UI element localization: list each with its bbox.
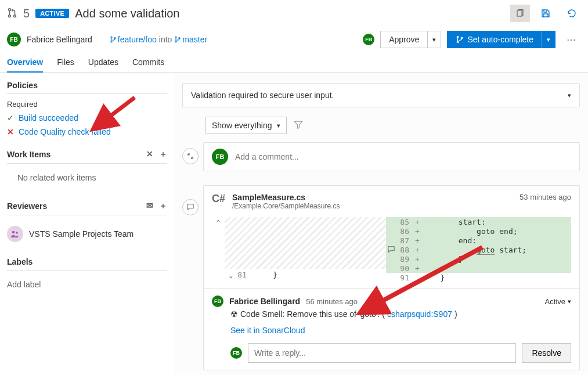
- copy-icon[interactable]: [510, 5, 530, 22]
- more-button[interactable]: ⋯: [561, 31, 581, 48]
- reviewer-avatar-sm[interactable]: FB: [363, 34, 374, 45]
- comment-thread: FB: [182, 142, 580, 171]
- sonar-link[interactable]: See it in SonarCloud: [230, 326, 305, 335]
- chevron-down-icon: ▾: [432, 36, 436, 44]
- svg-point-5: [111, 41, 112, 42]
- diff-marker: +: [413, 227, 422, 236]
- workitems-empty: No related work items: [7, 170, 167, 190]
- approve-dropdown[interactable]: ▾: [427, 31, 441, 48]
- tab-files[interactable]: Files: [57, 53, 74, 72]
- code-text: }: [422, 273, 445, 282]
- close-icon[interactable]: ✕: [146, 149, 153, 160]
- target-branch[interactable]: master: [174, 35, 207, 44]
- required-label: Required: [7, 100, 167, 109]
- resolve-button[interactable]: Resolve: [522, 343, 571, 363]
- disc-status-label: Active: [545, 297, 565, 306]
- tabs: Overview Files Updates Commits: [0, 53, 588, 73]
- svg-rect-3: [517, 10, 522, 16]
- approve-group: Approve ▾: [380, 31, 441, 48]
- autocomplete-dropdown[interactable]: ▾: [542, 31, 555, 48]
- code-text: start:: [422, 218, 486, 226]
- collapse-up-icon[interactable]: ⌃: [216, 217, 221, 269]
- tab-updates[interactable]: Updates: [88, 53, 118, 72]
- source-branch[interactable]: feature/foo: [110, 35, 157, 44]
- line-comment-icon[interactable]: [386, 246, 396, 253]
- author-avatar[interactable]: FB: [7, 33, 21, 46]
- into-label: into: [159, 35, 172, 44]
- code-text: }: [250, 271, 277, 279]
- svg-point-13: [12, 231, 15, 233]
- chevron-down-icon: ▾: [568, 298, 571, 305]
- comment-input[interactable]: [235, 152, 571, 161]
- reply-input[interactable]: [248, 343, 516, 363]
- diff-removed-placeholder: [225, 217, 386, 269]
- code-text: }: [422, 255, 463, 264]
- autocomplete-button[interactable]: Set auto-complete: [447, 31, 542, 48]
- svg-point-9: [179, 38, 180, 39]
- approve-button[interactable]: Approve: [380, 31, 427, 48]
- rule-link[interactable]: csharpsquid:S907: [387, 309, 452, 319]
- undo-icon[interactable]: [561, 5, 581, 22]
- diff: ⌃ ⌄ 81 } 85+ start:86+ goto: [204, 217, 579, 288]
- check-icon: ✓: [7, 113, 14, 122]
- issue-close-paren: ): [454, 309, 457, 319]
- disc-author: Fabrice Bellingard: [229, 297, 300, 306]
- svg-point-6: [114, 38, 116, 39]
- target-branch-label: master: [182, 35, 207, 44]
- alert-text: Validation required to secure user input…: [191, 91, 334, 100]
- save-icon[interactable]: [536, 5, 555, 22]
- labels-title: Labels: [7, 257, 167, 271]
- rail-expand-icon[interactable]: [182, 148, 199, 164]
- line-number: 81: [237, 271, 250, 279]
- disc-avatar: FB: [212, 295, 223, 307]
- validation-alert[interactable]: Validation required to secure user input…: [182, 83, 580, 107]
- svg-point-0: [9, 8, 11, 10]
- workitems-title: Work Items ✕ ＋: [7, 149, 167, 164]
- reviewers-label: Reviewers: [7, 201, 47, 211]
- disc-time: 56 minutes ago: [306, 297, 358, 306]
- tab-commits[interactable]: Commits: [132, 53, 164, 72]
- svg-point-4: [111, 37, 112, 38]
- source-branch-label: feature/foo: [118, 35, 157, 44]
- show-filter[interactable]: Show everything ▾: [205, 117, 287, 134]
- filter-icon[interactable]: [294, 120, 303, 131]
- reviewers-title: Reviewers ✉ ＋: [7, 201, 167, 215]
- add-label[interactable]: Add label: [7, 276, 167, 289]
- issue-summary: ☢ Code Smell: Remove this use of 'goto'.…: [230, 309, 571, 319]
- reviewer-name: VSTS Sample Projects Team: [29, 229, 134, 239]
- code-text: goto start;: [422, 246, 526, 254]
- branch-info: feature/foo into master: [110, 35, 207, 44]
- file-type-badge: C#: [212, 193, 225, 205]
- code-line: 91 }: [386, 273, 571, 282]
- diff-marker: +: [413, 255, 422, 264]
- policy-build: ✓ Build succeeded: [7, 111, 167, 125]
- code-line: 85+ start:: [386, 217, 571, 226]
- team-avatar: [7, 226, 23, 242]
- code-line: 88+ goto start;: [386, 245, 571, 254]
- issue-text: Code Smell: Remove this use of 'goto'. (: [240, 309, 385, 319]
- tab-overview[interactable]: Overview: [7, 53, 43, 73]
- policy-build-link[interactable]: Build succeeded: [19, 113, 78, 122]
- show-filter-label: Show everything: [212, 121, 272, 130]
- add-reviewer-icon[interactable]: ＋: [159, 201, 167, 211]
- code-line: 89+ }: [386, 254, 571, 264]
- reviewer-team[interactable]: VSTS Sample Projects Team: [7, 221, 167, 247]
- line-number: 89: [396, 255, 413, 264]
- file-name[interactable]: SampleMeasure.cs: [232, 193, 513, 202]
- autocomplete-group: Set auto-complete ▾: [447, 31, 555, 48]
- pr-icon: [7, 8, 17, 20]
- chevron-down-icon: ▾: [547, 36, 550, 44]
- collapse-down-icon[interactable]: ⌄: [225, 271, 237, 279]
- policy-quality-link[interactable]: Code Quality check failed: [19, 127, 111, 136]
- main-panel: Validation required to secure user input…: [174, 73, 588, 375]
- autocomplete-label: Set auto-complete: [467, 35, 533, 44]
- mail-icon[interactable]: ✉: [146, 201, 153, 211]
- rail-comment-icon[interactable]: [182, 199, 199, 215]
- disc-status[interactable]: Active ▾: [545, 297, 571, 306]
- svg-point-1: [9, 15, 11, 17]
- filter-row: Show everything ▾: [205, 117, 580, 134]
- chevron-down-icon: ▾: [277, 122, 280, 129]
- page-title: Add some validation: [75, 7, 179, 20]
- add-workitem-icon[interactable]: ＋: [159, 149, 167, 160]
- add-comment-box[interactable]: FB: [203, 142, 580, 171]
